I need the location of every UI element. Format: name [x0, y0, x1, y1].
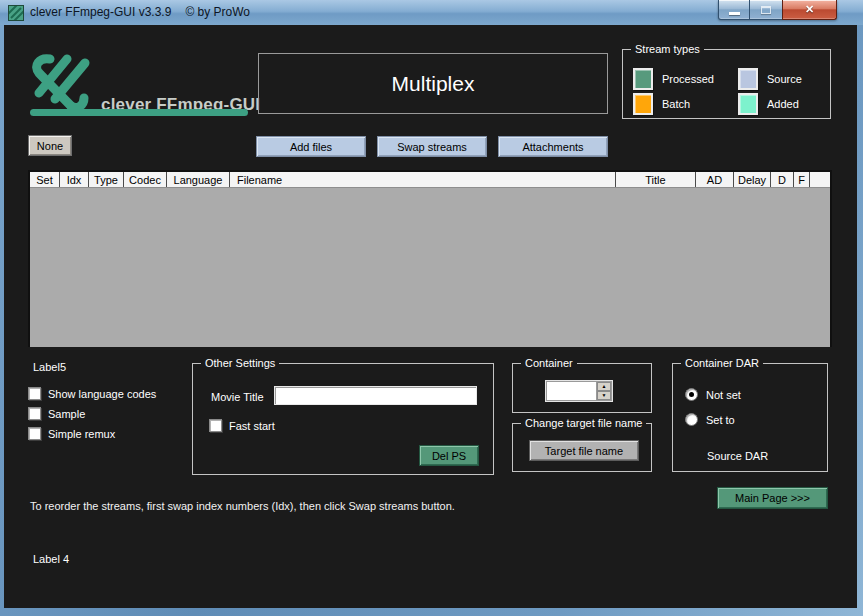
show-language-codes-checkbox[interactable] — [28, 387, 41, 400]
other-settings-title: Other Settings — [201, 357, 279, 370]
set-to-radio-row: Set to — [685, 413, 735, 426]
checkbox-label: Sample — [48, 408, 85, 420]
page-title-box: Multiplex — [258, 53, 608, 114]
legend-label: Processed — [662, 73, 714, 85]
movie-title-label: Movie Title — [211, 391, 264, 403]
batch-color-swatch — [633, 93, 653, 115]
simple-remux-row: Simple remux — [28, 427, 115, 440]
legend-label: Added — [767, 98, 799, 110]
checkbox-label: Show language codes — [48, 388, 156, 400]
streams-grid-body[interactable] — [30, 188, 830, 347]
stream-types-title: Stream types — [631, 43, 704, 56]
arrow-up-icon: ▲ — [602, 384, 607, 389]
spinner-up-button[interactable]: ▲ — [597, 382, 611, 391]
legend-item-source: Source — [738, 68, 802, 90]
streams-grid: Set Idx Type Codec Language Filename Tit… — [28, 170, 832, 347]
column-header-f: F — [794, 172, 810, 187]
change-target-file-name-group: Change target file name Target file name — [512, 423, 652, 472]
label5: Label5 — [33, 361, 66, 373]
label4: Label 4 — [33, 553, 69, 565]
column-header-set: Set — [30, 172, 60, 187]
set-to-radio[interactable] — [685, 413, 698, 426]
column-header-idx: Idx — [60, 172, 89, 187]
close-icon: ✕ — [805, 3, 814, 16]
container-spinner[interactable]: ▲ ▼ — [546, 381, 612, 401]
window-title: clever FFmpeg-GUI v3.3.9© by ProWo — [30, 5, 250, 19]
add-files-button[interactable]: Add files — [256, 136, 366, 157]
minimize-button[interactable] — [718, 0, 750, 20]
column-header-title: Title — [616, 172, 696, 187]
client-area: clever FFmpeg-GUI Multiplex Stream types… — [4, 25, 857, 608]
column-header-language: Language — [167, 172, 230, 187]
window-controls: ✕ — [718, 0, 837, 20]
container-dar-title: Container DAR — [681, 357, 763, 370]
spinner-down-button[interactable]: ▼ — [597, 391, 611, 400]
checkbox-label: Simple remux — [48, 428, 115, 440]
checkbox-label: Fast start — [229, 420, 275, 432]
processed-color-swatch — [633, 68, 653, 90]
source-color-swatch — [738, 68, 758, 90]
other-settings-group: Other Settings Movie Title Fast start De… — [192, 363, 494, 475]
container-spinner-value[interactable] — [547, 382, 596, 400]
simple-remux-checkbox[interactable] — [28, 427, 41, 440]
legend-item-processed: Processed — [633, 68, 714, 90]
legend-label: Batch — [662, 98, 690, 110]
column-header-codec: Codec — [124, 172, 167, 187]
stream-types-group: Stream types Processed Source Batch Adde… — [622, 49, 831, 119]
container-dar-group: Container DAR Not set Set to Source DAR — [672, 363, 828, 472]
column-header-type: Type — [89, 172, 124, 187]
fast-start-row: Fast start — [209, 419, 275, 432]
column-header-filename: Filename — [230, 172, 616, 187]
target-file-name-button[interactable]: Target file name — [529, 440, 639, 461]
radio-label: Set to — [706, 414, 735, 426]
column-header-filler — [810, 172, 830, 187]
minimize-icon — [729, 12, 740, 15]
main-page-button[interactable]: Main Page >>> — [717, 487, 828, 509]
movie-title-input[interactable] — [274, 386, 477, 405]
app-icon — [8, 5, 24, 21]
page-title: Multiplex — [392, 72, 475, 96]
window-subtitle: © by ProWo — [185, 5, 250, 19]
none-button[interactable]: None — [28, 135, 72, 156]
reorder-instruction-text: To reorder the streams, first swap index… — [30, 500, 455, 512]
legend-item-batch: Batch — [633, 93, 690, 115]
column-header-delay: Delay — [734, 172, 771, 187]
arrow-down-icon: ▼ — [602, 393, 607, 398]
close-button[interactable]: ✕ — [782, 0, 837, 20]
maximize-icon — [761, 6, 771, 14]
spinner-buttons: ▲ ▼ — [596, 382, 611, 400]
del-ps-button[interactable]: Del PS — [419, 445, 479, 466]
container-group: Container ▲ ▼ — [512, 363, 652, 413]
streams-grid-header: Set Idx Type Codec Language Filename Tit… — [30, 172, 830, 188]
change-target-file-name-title: Change target file name — [521, 417, 646, 430]
legend-item-added: Added — [738, 93, 799, 115]
fast-start-checkbox[interactable] — [209, 419, 222, 432]
desktop-background: clever FFmpeg-GUI v3.3.9© by ProWo ✕ cle… — [0, 0, 863, 616]
radio-label: Not set — [706, 389, 741, 401]
container-group-title: Container — [521, 357, 577, 370]
attachments-button[interactable]: Attachments — [498, 136, 608, 157]
added-color-swatch — [738, 93, 758, 115]
show-language-codes-row: Show language codes — [28, 387, 156, 400]
app-logo-icon — [28, 53, 100, 115]
swap-streams-button[interactable]: Swap streams — [377, 136, 487, 157]
logo-underline — [30, 109, 248, 116]
title-bar[interactable]: clever FFmpeg-GUI v3.3.9© by ProWo ✕ — [0, 0, 863, 25]
not-set-radio[interactable] — [685, 388, 698, 401]
legend-label: Source — [767, 73, 802, 85]
sample-row: Sample — [28, 407, 85, 420]
column-header-ad: AD — [696, 172, 734, 187]
not-set-radio-row: Not set — [685, 388, 741, 401]
column-header-d: D — [771, 172, 794, 187]
maximize-button[interactable] — [750, 0, 782, 20]
source-dar-label: Source DAR — [707, 450, 768, 462]
sample-checkbox[interactable] — [28, 407, 41, 420]
